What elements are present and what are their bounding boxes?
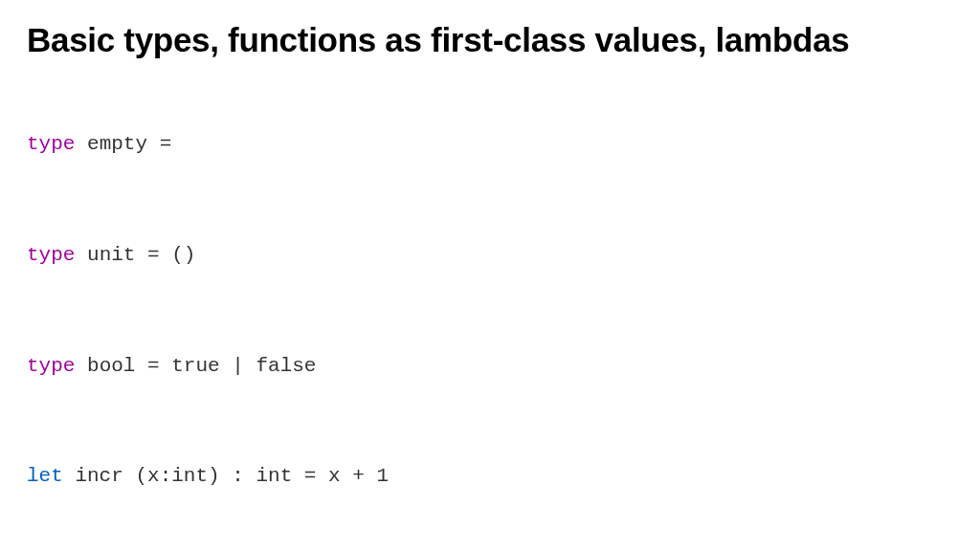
slide-title: Basic types, functions as first-class va…: [27, 21, 953, 59]
keyword-type: type: [27, 244, 75, 266]
slide: Basic types, functions as first-class va…: [0, 0, 980, 551]
keyword-type: type: [27, 355, 75, 377]
code-text: unit = (): [75, 244, 195, 266]
code-line: type unit = (): [27, 243, 953, 267]
code-line: type bool = true | false: [27, 354, 953, 378]
code-line: type empty =: [27, 132, 953, 156]
code-text: empty =: [75, 133, 171, 155]
code-text: incr (x:int) : int = x + 1: [63, 465, 389, 487]
keyword-let: let: [27, 465, 63, 487]
code-line: let incr (x:int) : int = x + 1: [27, 464, 953, 488]
keyword-type: type: [27, 133, 75, 155]
code-text: bool = true | false: [75, 355, 316, 377]
code-block: type empty = type unit = () type bool = …: [27, 84, 953, 551]
